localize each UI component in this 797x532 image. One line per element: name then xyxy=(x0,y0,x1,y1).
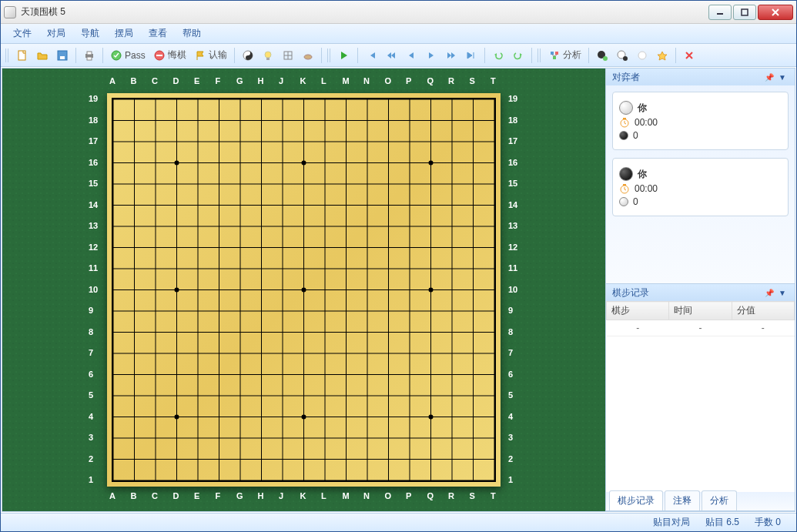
moves-table: 棋步 时间 分值 - - - xyxy=(606,301,795,336)
col-score[interactable]: 分值 xyxy=(732,302,794,320)
svg-point-26 xyxy=(623,56,628,61)
print-button[interactable] xyxy=(80,47,99,64)
board-coord-row: 12 xyxy=(508,243,517,252)
menu-file[interactable]: 文件 xyxy=(5,24,39,43)
first-button[interactable] xyxy=(362,47,380,64)
cell-move: - xyxy=(607,320,669,336)
next-button[interactable] xyxy=(422,47,440,64)
pass-button[interactable]: Pass xyxy=(107,47,149,64)
undo-arrow-icon xyxy=(492,49,504,62)
cell-time: - xyxy=(669,320,732,336)
collapse-icon[interactable]: ▼ xyxy=(776,289,789,297)
board-coord-row: 4 xyxy=(508,412,513,421)
toggle-stone-button[interactable] xyxy=(239,47,257,64)
board-container: AA1919BB1818CC1717DD1616EE1515FF1414GG13… xyxy=(84,70,524,510)
svg-rect-18 xyxy=(551,52,554,55)
board-coord-row: 2 xyxy=(508,454,513,463)
board-coord-row: 19 xyxy=(508,94,517,103)
pin-icon[interactable]: 📌 xyxy=(762,73,776,82)
territory-button[interactable] xyxy=(279,47,297,64)
forward-button[interactable] xyxy=(442,47,460,64)
board-coord-row: 13 xyxy=(508,221,517,230)
svg-line-21 xyxy=(552,55,554,56)
play-button[interactable] xyxy=(335,47,353,64)
delete-button[interactable] xyxy=(680,47,698,64)
analyze-button[interactable]: 分析 xyxy=(545,47,584,64)
resign-button[interactable]: 认输 xyxy=(191,47,230,64)
black-stone-button[interactable] xyxy=(593,47,611,64)
save-button[interactable] xyxy=(53,47,72,64)
white-player-time: 00:00 xyxy=(635,117,658,128)
redo-arrow-button[interactable] xyxy=(509,47,527,64)
clock-icon xyxy=(619,117,630,128)
svg-rect-13 xyxy=(266,58,270,60)
toolbar-grip[interactable] xyxy=(5,49,10,62)
collapse-icon[interactable]: ▼ xyxy=(776,73,789,82)
board-coord-col: E xyxy=(194,491,199,500)
tab-record[interactable]: 棋步记录 xyxy=(609,490,663,510)
window-controls xyxy=(707,5,793,20)
black-stone-icon xyxy=(619,167,633,181)
prev-button[interactable] xyxy=(402,47,420,64)
bowl-button[interactable] xyxy=(299,47,317,64)
board-coord-row: 3 xyxy=(89,433,93,442)
undo-arrow-button[interactable] xyxy=(489,47,507,64)
tab-analyze[interactable]: 分析 xyxy=(702,490,737,510)
board-coord-col: M xyxy=(343,491,350,500)
board-coord-col: M xyxy=(343,76,350,85)
board-coord-col: L xyxy=(321,76,327,85)
toolbar: Pass 悔棋 认输 分析 xyxy=(1,44,796,67)
board-coord-row: 16 xyxy=(508,158,517,167)
rewind-icon xyxy=(385,49,397,62)
mark-icon xyxy=(656,49,668,62)
board-coord-row: 9 xyxy=(508,306,513,315)
toolbar-grip[interactable] xyxy=(327,49,332,62)
undo-button[interactable]: 悔棋 xyxy=(150,47,189,64)
maximize-button[interactable] xyxy=(733,5,756,20)
open-button[interactable] xyxy=(33,47,52,64)
menu-help[interactable]: 帮助 xyxy=(175,24,209,43)
menu-view[interactable]: 查看 xyxy=(141,24,175,43)
menu-game[interactable]: 对局 xyxy=(39,24,73,43)
moves-tabs: 棋步记录 注释 分析 xyxy=(606,492,795,510)
black-player-box: 你 00:00 0 xyxy=(612,158,789,216)
board-coord-col: N xyxy=(363,491,370,500)
tab-comment[interactable]: 注释 xyxy=(665,490,700,510)
board-coord-row: 14 xyxy=(508,200,517,209)
board-coord-col: S xyxy=(470,491,475,500)
board-coord-row: 14 xyxy=(89,200,98,209)
separator xyxy=(531,48,532,63)
col-time[interactable]: 时间 xyxy=(669,302,732,320)
board-coord-col: R xyxy=(448,491,454,500)
first-icon xyxy=(365,49,377,62)
prev-icon xyxy=(405,49,417,62)
last-button[interactable] xyxy=(462,47,481,64)
board-coord-row: 13 xyxy=(89,221,98,230)
new-button[interactable] xyxy=(13,47,32,64)
col-move[interactable]: 棋步 xyxy=(607,302,669,320)
board-coord-row: 5 xyxy=(508,390,513,400)
menu-setup[interactable]: 摆局 xyxy=(107,24,141,43)
svg-point-74 xyxy=(429,288,434,293)
board-coord-col: J xyxy=(279,491,283,500)
board-coord-row: 18 xyxy=(508,115,517,125)
rewind-button[interactable] xyxy=(382,47,400,64)
clock-icon xyxy=(619,183,630,194)
svg-point-69 xyxy=(175,415,179,420)
minimize-button[interactable] xyxy=(708,5,732,20)
svg-point-27 xyxy=(638,52,646,59)
erase-button[interactable] xyxy=(633,47,651,64)
next-icon xyxy=(425,49,437,62)
menu-nav[interactable]: 导航 xyxy=(73,24,107,43)
mark-button[interactable] xyxy=(653,47,671,64)
go-board[interactable] xyxy=(107,93,501,487)
table-row[interactable]: - - - xyxy=(607,320,795,336)
white-stone-button[interactable] xyxy=(613,47,631,64)
board-coord-row: 15 xyxy=(89,179,98,188)
board-coord-col: O xyxy=(385,76,392,85)
toolbar-grip[interactable] xyxy=(537,49,542,62)
board-coord-col: D xyxy=(173,76,179,85)
hint-button[interactable] xyxy=(259,47,277,64)
pin-icon[interactable]: 📌 xyxy=(762,289,776,297)
close-button[interactable] xyxy=(758,5,793,20)
